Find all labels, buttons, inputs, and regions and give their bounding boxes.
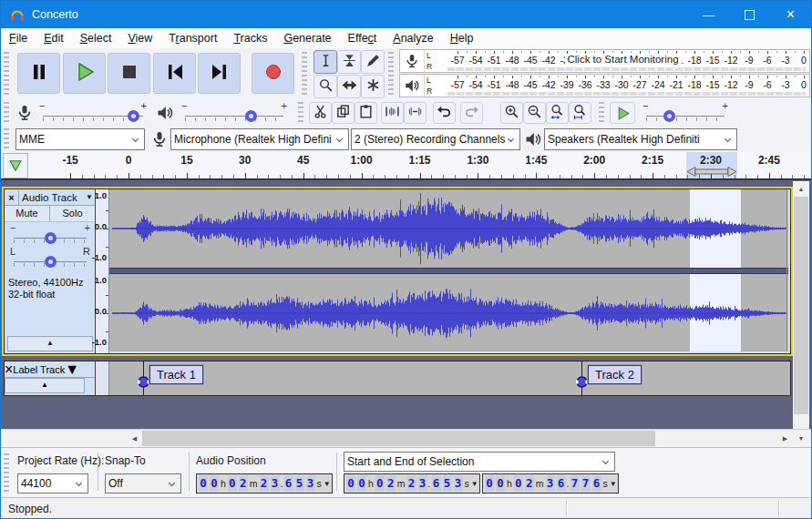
tool-multi-button[interactable] xyxy=(361,75,385,98)
time-separator[interactable]: s xyxy=(465,478,469,489)
transport-stop-button[interactable] xyxy=(108,53,150,94)
edit-toolbar-grip[interactable] xyxy=(298,102,303,124)
selection-drag-handles[interactable] xyxy=(686,166,737,178)
tool-timeshift-button[interactable] xyxy=(337,75,361,98)
zoom-fit-button[interactable] xyxy=(569,102,591,124)
horizontal-scrollbar[interactable]: ◀ ▶ ▼ xyxy=(1,429,811,447)
scroll-right-button[interactable]: ▶ xyxy=(777,431,793,446)
time-digit[interactable]: 5 xyxy=(295,475,304,492)
time-digit[interactable]: 3 xyxy=(271,475,280,492)
playback-device-select[interactable]: Speakers (Realtek High Definiti xyxy=(544,128,737,150)
play-at-speed-button[interactable] xyxy=(610,102,635,124)
zoom-out-button[interactable] xyxy=(523,102,546,124)
transport-pause-button[interactable] xyxy=(17,53,60,94)
time-separator[interactable]: h xyxy=(368,478,374,489)
time-separator[interactable]: . xyxy=(281,478,283,489)
menu-item-view[interactable]: View xyxy=(119,28,160,48)
tool-selection-button[interactable] xyxy=(313,50,337,74)
recording-volume-thumb[interactable] xyxy=(128,110,139,122)
recording-volume-slider[interactable]: −+ xyxy=(37,102,149,124)
time-digit[interactable]: 2 xyxy=(525,475,534,492)
trim-button[interactable] xyxy=(381,102,404,124)
zoom-in-button[interactable] xyxy=(500,102,523,124)
paste-button[interactable] xyxy=(355,102,377,124)
time-separator[interactable]: m xyxy=(397,478,406,489)
transport-play-button[interactable] xyxy=(63,53,106,94)
label-text[interactable]: Track 2 xyxy=(588,365,642,384)
time-separator[interactable]: . xyxy=(567,478,570,489)
undo-button[interactable] xyxy=(433,102,456,124)
playback-volume-slider[interactable]: −+ xyxy=(180,102,289,124)
time-digit[interactable]: 2 xyxy=(239,475,248,492)
redo-button[interactable] xyxy=(460,102,483,124)
time-separator[interactable]: h xyxy=(507,478,512,489)
close-label-track-button[interactable]: × xyxy=(5,361,13,378)
transport-record-button[interactable] xyxy=(252,53,294,94)
time-digit[interactable]: 3 xyxy=(418,475,427,492)
menu-item-generate[interactable]: Generate xyxy=(275,28,339,48)
audio-position-field[interactable]: 00h02m23.653s▼ xyxy=(196,473,333,494)
tool-draw-button[interactable] xyxy=(361,50,385,74)
time-digit[interactable]: 3 xyxy=(306,475,315,492)
menu-item-analyze[interactable]: Analyze xyxy=(385,28,441,48)
selection-end-field[interactable]: 00h02m36.776s▼ xyxy=(482,473,619,494)
selection-toolbar-grip[interactable] xyxy=(4,453,9,492)
menu-item-select[interactable]: Select xyxy=(72,28,120,48)
time-digit[interactable]: 2 xyxy=(407,475,416,492)
pan-slider[interactable]: LR xyxy=(8,248,92,270)
menu-item-effect[interactable]: Effect xyxy=(340,28,385,48)
transport-skip-start-button[interactable] xyxy=(153,53,196,94)
time-digit[interactable]: 0 xyxy=(346,475,355,492)
playback-volume-thumb[interactable] xyxy=(245,110,257,122)
menu-item-help[interactable]: Help xyxy=(442,28,482,48)
timeline-options-button[interactable] xyxy=(3,153,28,178)
title-bar[interactable]: Concerto — × xyxy=(1,1,811,28)
cut-button[interactable] xyxy=(309,102,332,124)
pan-thumb[interactable] xyxy=(45,256,57,268)
label-text[interactable]: Track 1 xyxy=(149,365,203,384)
close-button[interactable]: × xyxy=(770,1,811,28)
meter-monitoring-overlay[interactable]: Click to Start Monitoring xyxy=(564,54,681,65)
silence-button[interactable] xyxy=(404,102,427,124)
time-digit[interactable]: 0 xyxy=(496,475,505,492)
menu-item-file[interactable]: File xyxy=(1,28,36,48)
gain-slider[interactable]: −+ xyxy=(8,224,92,246)
time-field-menu-icon[interactable]: ▼ xyxy=(610,480,617,488)
label-area[interactable]: Track 1Track 2 xyxy=(109,361,790,395)
time-separator[interactable]: h xyxy=(221,478,226,489)
mute-button[interactable]: Mute xyxy=(5,206,50,221)
time-digit[interactable]: 5 xyxy=(443,475,452,492)
time-separator[interactable]: s xyxy=(603,478,608,489)
gain-thumb[interactable] xyxy=(45,232,57,244)
copy-button[interactable] xyxy=(332,102,355,124)
transport-skip-end-button[interactable] xyxy=(198,53,241,94)
time-digit[interactable]: 6 xyxy=(557,475,566,492)
time-digit[interactable]: 6 xyxy=(432,475,441,492)
time-digit[interactable]: 6 xyxy=(592,475,601,492)
vertical-scale-ruler[interactable]: 1.00.0-1.01.00.0-1.0 xyxy=(96,189,109,353)
selection-mode-select[interactable]: Start and End of Selection xyxy=(344,452,615,472)
menu-item-transport[interactable]: Transport xyxy=(160,28,225,48)
time-field-menu-icon[interactable]: ▼ xyxy=(324,480,331,488)
play-at-speed-slider[interactable]: −+ xyxy=(641,102,730,124)
collapse-label-track-button[interactable]: ▲ xyxy=(5,378,85,393)
time-digit[interactable]: 0 xyxy=(199,475,208,492)
playback-meter[interactable]: LR -57-54-51-48-45-42-39-36-33-30-27-24-… xyxy=(399,74,810,97)
time-digit[interactable]: 6 xyxy=(284,475,293,492)
timeline-ruler[interactable]: -1501530451:001:151:301:452:002:152:302:… xyxy=(28,152,810,178)
time-separator[interactable]: s xyxy=(317,478,322,489)
play-at-speed-grip[interactable] xyxy=(599,102,604,124)
mixer-toolbar-grip[interactable] xyxy=(4,102,9,124)
time-digit[interactable]: 7 xyxy=(570,475,580,492)
project-rate-select[interactable]: 44100 xyxy=(17,473,88,494)
minimize-button[interactable]: — xyxy=(688,1,729,28)
meter-toolbar-grip[interactable] xyxy=(388,52,394,96)
label-track-menu-chevron-icon[interactable]: ▼ xyxy=(65,361,79,378)
collapse-track-button[interactable]: ▲ xyxy=(7,336,93,351)
vertical-scrollbar[interactable]: ▲ xyxy=(793,181,809,430)
audio-host-select[interactable]: MME xyxy=(15,128,145,150)
maximize-button[interactable] xyxy=(729,1,770,28)
time-separator[interactable]: m xyxy=(536,478,544,489)
time-digit[interactable]: 0 xyxy=(228,475,237,492)
menu-item-edit[interactable]: Edit xyxy=(36,28,72,48)
